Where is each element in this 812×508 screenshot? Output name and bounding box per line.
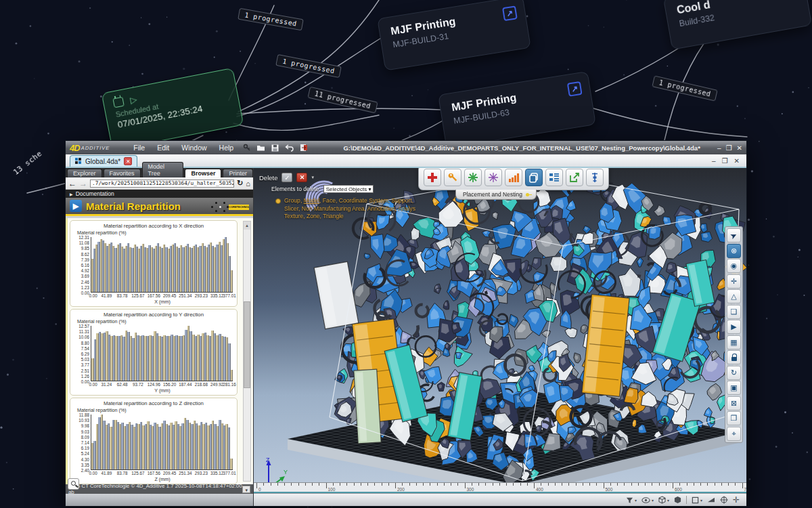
pan-icon[interactable]: ✛ [733, 495, 740, 505]
3d-viewport[interactable]: Placement and Nesting Delete ✓ ✕ ▾ Eleme… [254, 168, 746, 506]
bar [231, 270, 233, 292]
x-tick: 377.01 [223, 293, 236, 298]
menu-window[interactable]: Window [181, 144, 206, 152]
purple-asterisk-button[interactable] [484, 169, 502, 186]
delete-label: Delete [259, 174, 277, 182]
ruler-label: 100 [328, 487, 336, 492]
status-dropdown-icon[interactable]: ▾ [242, 486, 250, 493]
ruler-label: 600 [675, 487, 682, 492]
tab-browser[interactable]: Browser [185, 169, 221, 177]
cancel-button[interactable]: ✕ [296, 173, 307, 182]
undo-icon[interactable] [284, 144, 294, 152]
filter-icon[interactable]: ▾ [626, 496, 637, 504]
browser-nav-bar: ← → .7/work/2025100813251228530364/u_hal… [66, 177, 253, 190]
x-tick: 93.72 [133, 382, 143, 387]
green-asterisk-button[interactable] [464, 169, 482, 186]
window-titlebar[interactable]: 4D ADDITIVE File Edit Window Help G:\DEM… [66, 141, 746, 154]
tab-close-icon[interactable]: ✕ [124, 157, 132, 165]
elements-select[interactable]: Selected Objects ▾ [323, 185, 374, 193]
close-button[interactable]: ✕ [737, 144, 742, 152]
menu-edit[interactable]: Edit [157, 144, 169, 152]
play-box-button[interactable]: ▶ [727, 320, 741, 334]
scrollbar-thumb[interactable] [244, 301, 250, 388]
render-mode-cube-icon[interactable]: ▾ [658, 496, 669, 504]
paste-box-button[interactable]: ❐ [727, 411, 741, 425]
menu-help[interactable]: Help [219, 144, 234, 152]
bar [230, 459, 232, 469]
statistics-button[interactable] [505, 169, 522, 186]
x-tick: 293.23 [195, 471, 208, 475]
cursor-select-button[interactable]: ➤ [727, 228, 741, 242]
play-icon[interactable]: ▷ [129, 94, 137, 104]
confirm-button[interactable]: ✓ [281, 173, 292, 182]
back-icon[interactable]: ← [68, 179, 76, 188]
report-header: ▶ Material Repartition CORETECHNOLOGIE [66, 198, 253, 216]
visibility-icon[interactable]: ▾ [641, 497, 654, 503]
bounding-box-icon[interactable]: ▾ [692, 496, 702, 504]
exit-icon[interactable] [298, 144, 309, 152]
origin-icon[interactable] [720, 496, 728, 504]
minimize-button[interactable]: – [717, 144, 721, 152]
list-view-button[interactable] [545, 169, 563, 186]
tab-explorer[interactable]: Explorer [67, 169, 102, 177]
x-tick: 335.12 [210, 293, 223, 298]
delete-box-button[interactable]: ⊠ [727, 396, 741, 410]
build-plate-icon[interactable] [707, 496, 715, 503]
rotate-button[interactable]: ↻ [727, 366, 741, 380]
external-link-icon[interactable]: ↗ [567, 81, 583, 97]
triangle-select-button[interactable]: △ [727, 289, 741, 303]
measure-caliper-button[interactable] [586, 169, 604, 186]
export-button[interactable] [566, 169, 583, 186]
scroll-up-icon[interactable]: ▲ [244, 221, 250, 230]
lock-button[interactable] [727, 350, 741, 364]
child-minimize-button[interactable]: – [712, 157, 716, 165]
target-select-button[interactable]: ◉ [727, 259, 741, 273]
x-tick: 249.92 [210, 382, 223, 387]
ruler-label: 400 [536, 487, 543, 492]
chart-x-direction: Material repartition according to X dire… [70, 220, 238, 307]
save-icon[interactable] [270, 144, 280, 152]
y-tick: 9.03 [74, 429, 91, 434]
child-restore-button[interactable]: ❐ [722, 157, 728, 165]
forward-icon[interactable]: → [79, 179, 87, 188]
refresh-icon[interactable]: ↻ [237, 179, 243, 188]
child-close-button[interactable]: ✕ [734, 157, 740, 165]
frame-select-button[interactable]: ▣ [727, 381, 741, 395]
y-tick: 0.00 [74, 379, 91, 384]
documentation-row[interactable]: ▶ Documentation [66, 190, 253, 198]
tab-model-tree[interactable]: Model Tree [142, 162, 184, 177]
mode-tab-label: Placement and Nesting [463, 191, 522, 198]
solid-cube-icon[interactable] [674, 496, 681, 504]
restore-button[interactable]: ❐ [726, 144, 732, 152]
external-link-icon[interactable]: ↗ [502, 5, 518, 21]
move-button[interactable]: ✛ [727, 274, 741, 289]
key-icon[interactable] [242, 144, 252, 152]
document-tab[interactable]: Global.4da* ✕ [70, 155, 137, 167]
menu-file[interactable]: File [133, 144, 145, 152]
x-tick: 125.67 [131, 293, 144, 298]
collapse-icon[interactable]: ▾ [311, 175, 314, 180]
open-folder-icon[interactable] [256, 144, 266, 152]
panel-scrollbar[interactable]: ▲ [243, 221, 251, 482]
repair-wrench-button[interactable] [444, 169, 461, 186]
duplicate-button[interactable] [525, 169, 543, 186]
axis-y-label: Y [284, 469, 288, 475]
y-tick: 11.88 [74, 412, 91, 417]
y-tick: 10.93 [74, 418, 91, 423]
y-tick: 4.92 [74, 268, 91, 273]
zoom-tool-button[interactable] [68, 478, 79, 490]
chart-title: Material repartition according to X dire… [73, 223, 234, 229]
grid-select-button[interactable]: ▦ [727, 335, 741, 350]
copy-to-button[interactable]: ❏ [727, 305, 741, 319]
pointer-filter-button[interactable]: ⌖ [727, 427, 741, 441]
home-icon[interactable]: ⌂ [246, 179, 250, 188]
tab-favorites[interactable]: Favorites [104, 169, 141, 177]
y-tick: 6.19 [74, 446, 91, 450]
address-input[interactable]: .7/work/2025100813251228530364/u_halter_… [90, 179, 234, 188]
mode-tab[interactable]: Placement and Nesting [455, 190, 537, 200]
y-tick: 2.46 [74, 280, 91, 284]
deselect-button[interactable]: ⊗ [727, 244, 741, 258]
tab-printer[interactable]: Printer [223, 169, 253, 177]
info-bullet-icon [275, 198, 281, 204]
x-tick: 41.89 [101, 471, 112, 475]
